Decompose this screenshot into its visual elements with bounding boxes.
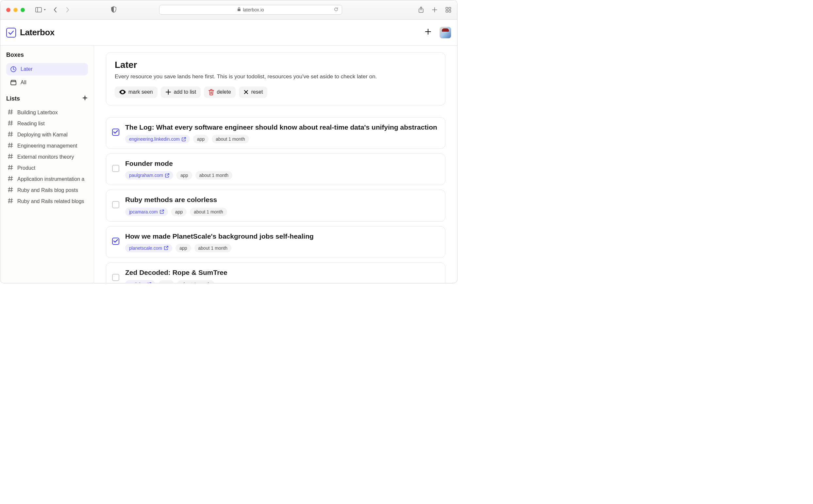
svg-rect-8: [446, 10, 448, 12]
svg-line-33: [11, 154, 12, 159]
sidebar-box-all[interactable]: All: [6, 77, 88, 88]
resource-card[interactable]: Zed Decoded: Rope & SumTreezed.dev appab…: [106, 262, 445, 283]
browser-chrome: laterbox.io: [0, 0, 457, 20]
sidebar-toggle-button[interactable]: [35, 7, 46, 12]
sidebar-list-item[interactable]: Ruby and Rails blog posts: [6, 185, 88, 196]
resource-source-tag: app: [171, 208, 186, 216]
sidebar-list-item[interactable]: Reading list: [6, 118, 88, 129]
resource-title: How we made PlanetScale's background job…: [125, 232, 439, 241]
resource-card[interactable]: How we made PlanetScale's background job…: [106, 226, 445, 258]
svg-point-52: [122, 91, 123, 93]
svg-line-36: [9, 165, 9, 170]
resource-title: Founder mode: [125, 159, 439, 168]
resource-checkbox[interactable]: [112, 129, 119, 136]
hash-icon: [8, 131, 13, 138]
svg-rect-6: [446, 8, 448, 9]
external-link-icon: [164, 246, 168, 250]
sidebar-list-item[interactable]: Application instrumentation a: [6, 174, 88, 185]
svg-line-29: [11, 143, 12, 148]
hero-panel: Later Every resource you save lands here…: [106, 52, 445, 105]
resource-domain-link[interactable]: zed.dev: [125, 280, 155, 283]
svg-rect-9: [449, 10, 451, 12]
delete-button[interactable]: delete: [204, 87, 236, 98]
mark-seen-button[interactable]: mark seen: [115, 87, 157, 98]
sidebar-list-item[interactable]: External monitors theory: [6, 151, 88, 163]
resource-age-tag: about 1 month: [194, 244, 232, 252]
resource-domain-link[interactable]: planetscale.com: [125, 244, 172, 252]
resource-domain-link[interactable]: engineering.linkedin.com: [125, 135, 190, 143]
resource-source-tag: app: [158, 280, 174, 283]
external-link-icon: [147, 282, 151, 283]
check-icon: [113, 239, 118, 243]
minimize-window-button[interactable]: [13, 8, 18, 12]
address-bar[interactable]: laterbox.io: [159, 5, 342, 15]
hash-icon: [8, 109, 13, 116]
privacy-shield-icon[interactable]: [111, 6, 119, 14]
sidebar-box-later[interactable]: Later: [6, 63, 88, 75]
hash-icon: [8, 176, 13, 183]
sidebar-list-label: External monitors theory: [17, 154, 74, 160]
resource-domain-link[interactable]: paulgraham.com: [125, 171, 173, 180]
forward-button[interactable]: [65, 7, 70, 13]
sidebar-list-label: Ruby and Rails related blogs: [17, 198, 84, 204]
resource-checkbox[interactable]: [112, 274, 119, 281]
sidebar-list-item[interactable]: Building Laterbox: [6, 107, 88, 118]
sidebar-list-label: Engineering management: [17, 143, 77, 149]
tab-overview-button[interactable]: [445, 7, 451, 13]
reset-button[interactable]: reset: [239, 87, 268, 98]
sidebar-list-item[interactable]: Product: [6, 163, 88, 174]
maximize-window-button[interactable]: [21, 8, 25, 12]
svg-rect-0: [36, 8, 41, 12]
sidebar-list-item[interactable]: Deploying with Kamal: [6, 129, 88, 140]
resource-checkbox[interactable]: [112, 165, 119, 172]
sidebar-list-label: Reading list: [17, 121, 45, 127]
add-button[interactable]: [424, 28, 432, 37]
app-header: Laterbox: [0, 20, 457, 46]
resource-source-tag: app: [176, 171, 192, 180]
resource-card[interactable]: Founder modepaulgraham.com appabout 1 mo…: [106, 153, 445, 185]
svg-line-41: [11, 176, 12, 181]
address-bar-host: laterbox.io: [243, 7, 264, 12]
close-icon: [244, 89, 249, 95]
sidebar-list-label: Application instrumentation a: [17, 176, 84, 182]
svg-line-21: [11, 121, 12, 125]
brand[interactable]: Laterbox: [6, 27, 55, 38]
new-tab-button[interactable]: [432, 7, 438, 13]
resource-checkbox[interactable]: [112, 238, 119, 245]
svg-line-37: [11, 165, 12, 170]
resource-age-tag: about 1 month: [195, 171, 233, 180]
resource-source-tag: app: [193, 135, 209, 143]
sidebar-list-item[interactable]: Engineering management: [6, 140, 88, 151]
resource-domain-link[interactable]: jpcamara.com: [125, 208, 168, 216]
avatar[interactable]: [439, 27, 451, 39]
svg-line-40: [9, 176, 9, 181]
trash-icon: [209, 89, 214, 95]
sidebar-box-label: Later: [21, 66, 32, 72]
resource-title: The Log: What every software engineer sh…: [125, 123, 439, 132]
sidebar-boxes-title: Boxes: [6, 52, 88, 58]
resource-age-tag: about 1 month: [177, 280, 215, 283]
sidebar-list-item[interactable]: Ruby and Rails related blogs: [6, 196, 88, 207]
back-button[interactable]: [53, 7, 57, 13]
resource-checkbox[interactable]: [112, 201, 119, 208]
external-link-icon: [182, 137, 186, 141]
add-list-button[interactable]: [82, 95, 88, 102]
svg-line-16: [9, 110, 9, 114]
svg-line-48: [9, 198, 9, 203]
add-to-list-button[interactable]: add to list: [161, 87, 200, 98]
svg-rect-13: [11, 82, 16, 85]
brand-name: Laterbox: [20, 27, 55, 38]
resource-age-tag: about 1 month: [190, 208, 227, 216]
share-button[interactable]: [418, 7, 424, 13]
resource-card[interactable]: The Log: What every software engineer sh…: [106, 117, 445, 149]
resource-card[interactable]: Ruby methods are colorlessjpcamara.com a…: [106, 190, 445, 221]
svg-line-24: [9, 132, 9, 136]
svg-line-17: [11, 110, 12, 114]
close-window-button[interactable]: [6, 8, 10, 12]
sidebar-box-label: All: [21, 80, 26, 86]
hash-icon: [8, 120, 13, 127]
reload-button[interactable]: [334, 7, 339, 13]
page-description: Every resource you save lands here first…: [115, 73, 437, 81]
sidebar-list-label: Ruby and Rails blog posts: [17, 187, 78, 193]
svg-line-44: [9, 187, 9, 192]
